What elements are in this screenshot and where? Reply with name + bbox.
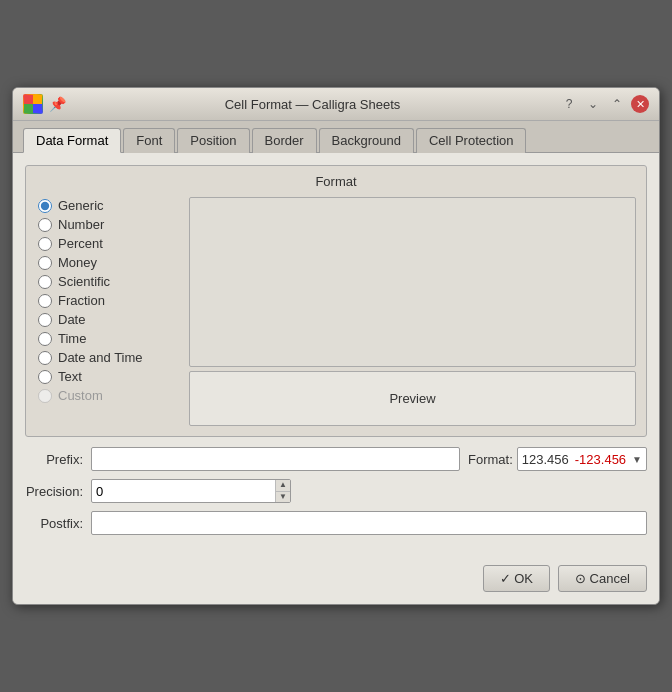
spinner-buttons: ▲ ▼ [275,480,290,502]
radio-text-label: Text [58,369,82,384]
radio-percent-label: Percent [58,236,103,251]
svg-rect-2 [24,104,33,113]
postfix-input[interactable] [91,511,647,535]
format-display-area [189,197,636,367]
format-negative: -123.456 [575,452,626,467]
format-body: Generic Number Percent Money [36,197,636,426]
postfix-label: Postfix: [25,516,83,531]
pin-button[interactable]: 📌 [49,96,66,112]
tab-data-format[interactable]: Data Format [23,128,121,153]
window-title: Cell Format — Calligra Sheets [66,97,559,112]
format-select-group: Format: 123.456 -123.456 ▼ [468,447,647,471]
titlebar: 📌 Cell Format — Calligra Sheets ? ⌄ ⌃ ✕ [13,88,659,121]
radio-fraction[interactable]: Fraction [36,292,181,309]
radio-scientific[interactable]: Scientific [36,273,181,290]
preview-box: Preview [189,371,636,426]
radio-number[interactable]: Number [36,216,181,233]
radio-money-label: Money [58,255,97,270]
tab-bar: Data Format Font Position Border Backgro… [13,121,659,152]
svg-rect-3 [33,104,42,113]
radio-date[interactable]: Date [36,311,181,328]
prefix-input[interactable] [91,447,460,471]
close-button[interactable]: ✕ [631,95,649,113]
bottom-bar: ✓ OK ⊙ Cancel [13,555,659,604]
tab-background[interactable]: Background [319,128,414,153]
svg-rect-0 [24,95,33,104]
format-group: Format Generic Number Percent [25,165,647,437]
precision-row: Precision: ▲ ▼ [25,479,647,503]
postfix-row: Postfix: [25,511,647,535]
ok-button[interactable]: ✓ OK [483,565,550,592]
radio-time[interactable]: Time [36,330,181,347]
radio-generic[interactable]: Generic [36,197,181,214]
tab-border[interactable]: Border [252,128,317,153]
tab-content: Format Generic Number Percent [13,152,659,555]
format-positive: 123.456 [522,452,569,467]
radio-number-label: Number [58,217,104,232]
radio-time-label: Time [58,331,86,346]
radio-generic-label: Generic [58,198,104,213]
radio-date-label: Date [58,312,85,327]
format-legend: Format [36,174,636,189]
prefix-row: Prefix: Format: 123.456 -123.456 ▼ [25,447,647,471]
tab-cell-protection[interactable]: Cell Protection [416,128,527,153]
maximize-button[interactable]: ⌃ [607,94,627,114]
preview-label: Preview [389,391,435,406]
help-button[interactable]: ? [559,94,579,114]
radio-custom-label: Custom [58,388,103,403]
radio-percent[interactable]: Percent [36,235,181,252]
spinner-down-button[interactable]: ▼ [276,492,290,503]
radio-date-and-time[interactable]: Date and Time [36,349,181,366]
radio-money[interactable]: Money [36,254,181,271]
tab-font[interactable]: Font [123,128,175,153]
format-label: Format: [468,452,513,467]
cell-format-dialog: 📌 Cell Format — Calligra Sheets ? ⌄ ⌃ ✕ … [12,87,660,605]
radio-scientific-label: Scientific [58,274,110,289]
app-icon [23,94,43,114]
svg-rect-1 [33,95,42,104]
window-controls: ? ⌄ ⌃ ✕ [559,94,649,114]
radio-custom: Custom [36,387,181,404]
tab-position[interactable]: Position [177,128,249,153]
titlebar-left: 📌 [23,94,66,114]
radio-date-and-time-label: Date and Time [58,350,143,365]
precision-label: Precision: [25,484,83,499]
dropdown-arrow-icon: ▼ [632,454,642,465]
format-radio-list: Generic Number Percent Money [36,197,181,426]
prefix-label: Prefix: [25,452,83,467]
radio-fraction-label: Fraction [58,293,105,308]
format-dropdown[interactable]: 123.456 -123.456 ▼ [517,447,647,471]
cancel-button[interactable]: ⊙ Cancel [558,565,647,592]
precision-spinner[interactable]: ▲ ▼ [91,479,291,503]
radio-text[interactable]: Text [36,368,181,385]
minimize-button[interactable]: ⌄ [583,94,603,114]
precision-input[interactable] [92,482,275,501]
spinner-up-button[interactable]: ▲ [276,480,290,492]
right-panels: Preview [189,197,636,426]
